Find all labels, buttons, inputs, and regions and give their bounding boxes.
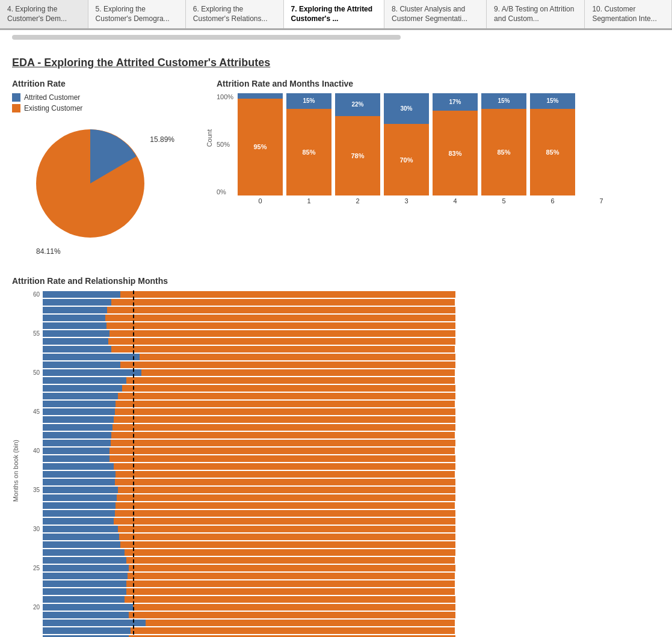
- hbar-y-label: 20: [22, 604, 43, 611]
- bar-6-blue: 15%: [530, 93, 575, 109]
- tab-5[interactable]: 5. Exploring the Customer's Demogra...: [88, 0, 186, 28]
- hbar-orange-bar: [120, 362, 455, 368]
- hbar-bar-pair: [43, 385, 455, 392]
- hbar-orange-bar: [114, 463, 455, 470]
- hbar-orange-bar: [115, 479, 455, 485]
- hbar-orange-bar: [106, 322, 455, 329]
- x-axis-ticks: 0 1 2 3 4 5 6 7: [217, 197, 660, 205]
- hbar-row: [22, 502, 660, 509]
- y-axis-labels: 100% 50% 0%: [217, 93, 233, 195]
- hbar-row: [22, 455, 660, 463]
- hbar-bar-pair: [43, 346, 455, 352]
- hbar-orange-bar: [141, 369, 455, 376]
- hbar-y-axis-title: Months on book (bin): [12, 440, 19, 502]
- bar-group-5: 15% 85%: [481, 93, 526, 195]
- tab-10[interactable]: 10. Customer Segmentation Inte...: [585, 0, 672, 28]
- tab-9[interactable]: 9. A/B Testing on Attrition and Custom..…: [487, 0, 585, 28]
- hbar-blue-bar: [43, 362, 120, 368]
- y-label-100: 100%: [217, 93, 233, 100]
- hbar-orange-bar: [111, 299, 455, 306]
- pie-chart-section: Attrition Rate Attrited Customer Existin…: [12, 79, 205, 262]
- tab-scrollbar[interactable]: [12, 35, 401, 40]
- hbar-blue-bar: [43, 510, 115, 517]
- hbar-orange-bar: [140, 354, 455, 360]
- tab-4-label: 4. Exploring the Customer's Dem...: [7, 5, 67, 23]
- legend-color-attrited: [12, 93, 20, 102]
- hbar-bar-pair: [43, 479, 455, 485]
- hbar-blue-bar: [43, 502, 116, 509]
- hbar-row: [22, 541, 660, 549]
- hbar-row: [22, 572, 660, 580]
- hbar-y-label: 35: [22, 487, 43, 493]
- hbar-row: [22, 588, 660, 595]
- hbar-row: 35: [22, 486, 660, 494]
- hbar-y-label: 25: [22, 565, 43, 571]
- hbar-orange-bar: [120, 291, 455, 298]
- hbar-orange-bar: [118, 487, 455, 493]
- pie-label-existing-pct: 84.11%: [36, 247, 61, 256]
- hbar-blue-bar: [43, 596, 125, 603]
- tab-6[interactable]: 6. Exploring the Customer's Relations...: [186, 0, 284, 28]
- hbar-blue-bar: [43, 620, 146, 626]
- hbar-row: [22, 556, 660, 564]
- hbar-row: [22, 314, 660, 322]
- hbar-blue-bar: [43, 463, 114, 470]
- hbar-blue-bar: [43, 315, 105, 321]
- bar-4-orange: 83%: [433, 111, 478, 195]
- hbar-bar-pair: [43, 315, 455, 321]
- bar-0-orange: 95%: [238, 99, 283, 196]
- hbar-y-label: 30: [22, 526, 43, 532]
- hbar-row: 45: [22, 408, 660, 416]
- hbar-chart-area: 60 55: [22, 291, 660, 637]
- hbar-row: [22, 533, 660, 541]
- bar-2-blue: 22%: [335, 93, 380, 115]
- hbar-row: [22, 635, 660, 637]
- main-content: EDA - Exploring the Attrited Customer's …: [0, 47, 672, 637]
- hbar-blue-bar: [43, 627, 131, 634]
- hbar-bar-pair: [43, 291, 455, 298]
- bar-2-orange: 78%: [335, 116, 380, 196]
- hbar-bar-pair: [43, 448, 455, 454]
- hbar-row: [22, 306, 660, 314]
- hbar-blue-bar: [43, 604, 133, 611]
- hbar-bar-pair: [43, 494, 455, 501]
- tab-8[interactable]: 8. Cluster Analysis and Customer Segment…: [384, 0, 487, 28]
- hbar-orange-bar: [146, 620, 455, 626]
- hbar-orange-bar: [131, 627, 455, 634]
- hbar-bar-pair: [43, 549, 455, 556]
- hbar-orange-bar: [115, 408, 455, 415]
- bar-group-6: 15% 85%: [530, 93, 575, 195]
- bar-3-orange: 70%: [384, 124, 429, 195]
- bar-group-4: 17% 83%: [433, 93, 478, 195]
- hbar-row: [22, 627, 660, 635]
- hbar-orange-bar: [125, 596, 455, 603]
- tab-5-label: 5. Exploring the Customer's Demogra...: [96, 5, 170, 23]
- hbar-orange-bar: [125, 549, 455, 556]
- hbar-bar-pair: [43, 541, 455, 548]
- bar-1-orange: 85%: [286, 109, 331, 196]
- bar-group-2: 22% 78%: [335, 93, 380, 195]
- y-label-50: 50%: [217, 141, 233, 148]
- hbar-bar-pair: [43, 322, 455, 329]
- hbar-row: [22, 580, 660, 588]
- hbar-blue-bar: [43, 549, 125, 556]
- hbar-bar-pair: [43, 565, 455, 571]
- bar-5-blue: 15%: [481, 93, 526, 109]
- hbar-blue-bar: [43, 291, 120, 298]
- hbar-blue-bar: [43, 588, 126, 595]
- bar-group-0: 95%: [238, 93, 283, 195]
- legend-color-existing: [12, 104, 20, 112]
- hbar-orange-bar: [111, 346, 455, 352]
- hbar-blue-bar: [43, 299, 111, 306]
- hbar-row: 50: [22, 369, 660, 377]
- hbar-orange-bar: [114, 416, 455, 423]
- bar-6-orange: 85%: [530, 109, 575, 196]
- tab-4[interactable]: 4. Exploring the Customer's Dem...: [0, 0, 88, 28]
- hbar-y-label: 55: [22, 330, 43, 337]
- legend-label-existing: Existing Customer: [24, 104, 82, 112]
- hbar-bar-pair: [43, 362, 455, 368]
- hbar-orange-bar: [128, 573, 455, 579]
- hbar-blue-bar: [43, 377, 126, 384]
- tab-7[interactable]: 7. Exploring the Attrited Customer's ...: [284, 0, 385, 30]
- hbar-orange-bar: [116, 401, 455, 407]
